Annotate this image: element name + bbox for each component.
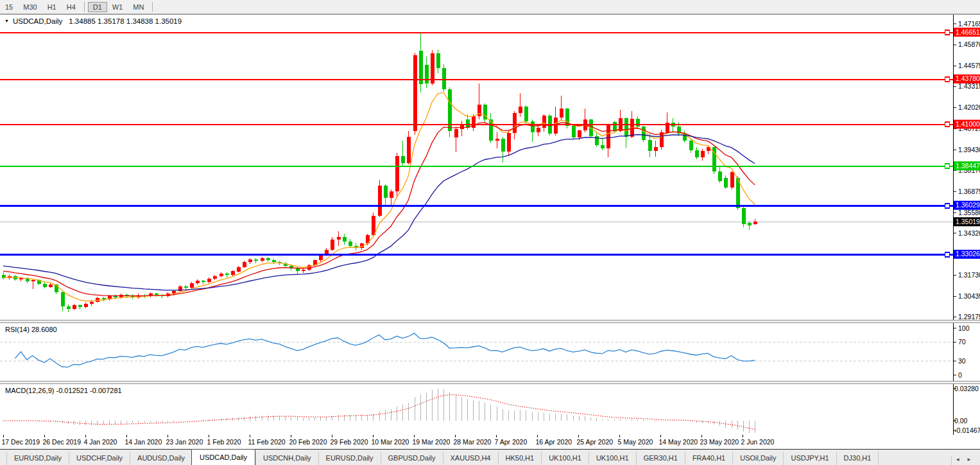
svg-text:30: 30 — [958, 357, 966, 365]
toolbar-separator — [84, 2, 85, 12]
chart-tab-USDJPY-H1[interactable]: USDJPY,H1 — [783, 452, 836, 465]
svg-text:1.31730: 1.31730 — [958, 271, 980, 279]
svg-text:1.39430: 1.39430 — [958, 146, 980, 154]
svg-text:0.03280: 0.03280 — [954, 385, 979, 392]
tab-scroll-right-icon[interactable]: ► — [963, 457, 975, 462]
chart-tab-UK100-H1[interactable]: UK100,H1 — [541, 452, 589, 465]
chart-tab-HK50-H1[interactable]: HK50,H1 — [498, 452, 542, 465]
mt4-chart-window: 15M30H1H4D1W1MN 1.471651.458701.445751.4… — [0, 0, 980, 465]
svg-text:28 Mar 2020: 28 Mar 2020 — [454, 438, 492, 446]
svg-text:1.45870: 1.45870 — [958, 40, 980, 48]
svg-text:10 Mar 2020: 10 Mar 2020 — [372, 438, 409, 446]
chart-tab-AUDUSD-Daily[interactable]: AUDUSD,Daily — [130, 452, 192, 465]
svg-text:1.44575: 1.44575 — [958, 62, 980, 69]
macd-histogram — [4, 389, 755, 433]
svg-text:1.34320: 1.34320 — [958, 229, 980, 237]
svg-text:70: 70 — [958, 338, 966, 346]
svg-text:1.36029: 1.36029 — [956, 201, 980, 209]
timeframe-button-M30[interactable]: M30 — [18, 2, 42, 12]
timeframe-toolbar: 15M30H1H4D1W1MN — [0, 0, 980, 14]
chart-tab-FRA40-H1[interactable]: FRA40,H1 — [685, 452, 732, 465]
svg-text:7 Apr 2020: 7 Apr 2020 — [495, 438, 528, 446]
timeframe-button-MN[interactable]: MN — [128, 2, 149, 12]
svg-text:1.35019: 1.35019 — [956, 218, 980, 225]
timeframe-button-15[interactable]: 15 — [0, 2, 18, 12]
svg-text:29 Feb 2020: 29 Feb 2020 — [331, 438, 368, 446]
svg-text:2 Jun 2020: 2 Jun 2020 — [741, 438, 775, 446]
chart-tab-XAUUSD-H4[interactable]: XAUUSD,H4 — [443, 452, 498, 465]
rsi-line — [15, 333, 755, 367]
chart-tab-USOil-Daily[interactable]: USOil,Daily — [732, 452, 783, 465]
macd-svg[interactable]: 0.032800.00-0.01467 — [0, 384, 980, 435]
timeframe-button-D1[interactable]: D1 — [88, 2, 107, 12]
candles-layer — [2, 32, 757, 312]
horizontal-level-lines — [0, 30, 953, 257]
rsi-svg[interactable]: 10070300 — [0, 323, 980, 381]
price-axis: 1.471651.458701.445751.433151.420201.407… — [953, 15, 980, 320]
svg-text:100: 100 — [958, 324, 970, 332]
svg-text:14 May 2020: 14 May 2020 — [659, 438, 698, 446]
date-axis-svg: 17 Dec 201926 Dec 20194 Jan 202014 Jan 2… — [0, 435, 980, 449]
chart-tab-USDCHF-Daily[interactable]: USDCHF,Daily — [69, 452, 130, 465]
svg-text:16 Apr 2020: 16 Apr 2020 — [536, 438, 572, 446]
svg-text:1.43315: 1.43315 — [958, 82, 980, 90]
chart-tab-DJ30-H1[interactable]: DJ30,H1 — [836, 452, 879, 465]
timeframe-button-H4[interactable]: H4 — [62, 2, 81, 12]
chart-tab-EURUSD-Daily[interactable]: EURUSD,Daily — [6, 452, 69, 465]
svg-text:19 Mar 2020: 19 Mar 2020 — [413, 438, 451, 446]
svg-text:1 Feb 2020: 1 Feb 2020 — [207, 438, 241, 446]
svg-text:14 Jan 2020: 14 Jan 2020 — [125, 438, 162, 446]
chart-tab-EURUSD-Daily[interactable]: EURUSD,Daily — [318, 452, 381, 465]
svg-text:1.43780: 1.43780 — [956, 75, 980, 82]
chart-tab-USDCNH-Daily[interactable]: USDCNH,Daily — [255, 452, 318, 465]
svg-text:1.38447: 1.38447 — [956, 162, 980, 170]
svg-text:11 Feb 2020: 11 Feb 2020 — [248, 438, 286, 446]
svg-text:1.30435: 1.30435 — [958, 292, 980, 300]
svg-text:1.36875: 1.36875 — [958, 188, 980, 195]
svg-text:20 Feb 2020: 20 Feb 2020 — [289, 438, 327, 446]
timeframe-button-H1[interactable]: H1 — [42, 2, 62, 12]
main-chart-svg[interactable]: 1.471651.458701.445751.433151.420201.407… — [0, 14, 980, 320]
svg-text:1.47165: 1.47165 — [958, 20, 980, 28]
svg-text:1.46651: 1.46651 — [956, 28, 980, 36]
chart-tab-USDCAD-Daily[interactable]: USDCAD,Daily — [191, 449, 255, 465]
chart-tab-GER30-H1[interactable]: GER30,H1 — [636, 452, 685, 465]
svg-text:0.00: 0.00 — [954, 417, 968, 425]
svg-text:4 Jan 2020: 4 Jan 2020 — [84, 438, 117, 446]
timeframe-button-W1[interactable]: W1 — [107, 2, 128, 12]
svg-text:25 Apr 2020: 25 Apr 2020 — [577, 438, 614, 446]
svg-text:-0.01467: -0.01467 — [954, 426, 980, 434]
chart-tab-GBPUSD-Daily[interactable]: GBPUSD,Daily — [381, 452, 443, 465]
svg-text:0: 0 — [958, 371, 962, 379]
chart-tabs: EURUSD,DailyUSDCHF,DailyAUDUSD,DailyUSDC… — [0, 449, 980, 465]
svg-text:23 Jan 2020: 23 Jan 2020 — [166, 438, 203, 446]
tab-scroll-left-icon[interactable]: ◄ — [952, 457, 963, 462]
svg-text:1.42020: 1.42020 — [958, 103, 980, 111]
macd-signal-line — [3, 395, 755, 430]
svg-text:23 May 2020: 23 May 2020 — [700, 438, 739, 446]
svg-text:1.41000: 1.41000 — [956, 120, 980, 128]
svg-text:17 Dec 2019: 17 Dec 2019 — [2, 438, 40, 446]
toolbar-separator — [152, 2, 153, 12]
svg-text:5 May 2020: 5 May 2020 — [618, 438, 653, 446]
chart-tab-UK100-H1[interactable]: UK100,H1 — [589, 452, 636, 465]
svg-text:26 Dec 2019: 26 Dec 2019 — [43, 438, 82, 446]
svg-text:1.33026: 1.33026 — [956, 250, 980, 258]
tab-nav: ◄► — [951, 457, 980, 465]
